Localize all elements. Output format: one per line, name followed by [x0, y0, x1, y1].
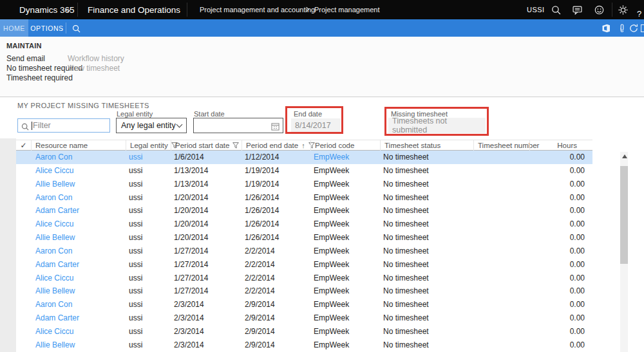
table-row[interactable]: Alice Ciccu ussi 1/13/2014 1/19/2014 Emp…	[16, 164, 592, 178]
table-row[interactable]: Allie Bellew ussi 1/13/2014 1/19/2014 Em…	[16, 178, 592, 191]
expand-icon[interactable]	[641, 24, 644, 32]
attachments-icon[interactable]	[618, 24, 627, 33]
scroll-up-arrow-icon[interactable]	[622, 154, 627, 158]
breadcrumb-page[interactable]: Project management	[314, 0, 380, 19]
scrollbar-thumb[interactable]	[620, 166, 628, 264]
resource-name-link[interactable]: Aaron Con	[35, 191, 72, 205]
table-row[interactable]: Adam Carter ussi 2/3/2014 2/9/2014 EmpWe…	[16, 311, 592, 325]
legal-entity-cell[interactable]: ussi	[129, 231, 142, 245]
missing-timesheet-field[interactable]: Timesheets not submitted	[388, 118, 486, 133]
table-row[interactable]: Alice Ciccu ussi 1/20/2014 1/26/2014 Emp…	[16, 218, 592, 231]
legal-entity-cell[interactable]: ussi	[129, 245, 142, 258]
legal-entity-cell[interactable]: ussi	[129, 284, 142, 298]
resource-name-link[interactable]: Aaron Con	[35, 298, 72, 311]
legal-entity-cell[interactable]: ussi	[129, 311, 142, 325]
table-row[interactable]: Adam Carter ussi 1/27/2014 2/2/2014 EmpW…	[16, 258, 592, 272]
period-end-date-cell: 2/2/2014	[245, 258, 275, 272]
resource-name-link[interactable]: Aaron Con	[35, 245, 72, 258]
table-row[interactable]: Alice Ciccu ussi 1/27/2014 2/2/2014 EmpW…	[16, 272, 592, 285]
column-header-hours[interactable]: Hours	[529, 140, 585, 151]
period-code-cell[interactable]: EmpWeek	[314, 325, 349, 338]
legal-entity-cell[interactable]: ussi	[129, 272, 142, 285]
column-header-period-end-date[interactable]: Period end date ↑	[242, 140, 310, 151]
refresh-icon[interactable]	[629, 24, 638, 33]
search-icon[interactable]	[72, 24, 80, 32]
period-end-date-cell: 1/12/2014	[245, 151, 279, 164]
end-date-field[interactable]: 8/14/2017	[291, 118, 341, 133]
settings-gear-icon[interactable]	[618, 5, 628, 15]
period-code-cell[interactable]: EmpWeek	[314, 164, 349, 178]
table-row[interactable]: Alice Ciccu ussi 2/3/2014 2/9/2014 EmpWe…	[16, 325, 592, 338]
table-row[interactable]: Allie Bellew ussi 2/3/2014 2/9/2014 EmpW…	[16, 338, 592, 352]
table-row[interactable]: Allie Bellew ussi 1/27/2014 2/2/2014 Emp…	[16, 284, 592, 298]
resource-name-link[interactable]: Allie Bellew	[35, 338, 75, 352]
period-code-cell[interactable]: EmpWeek	[314, 298, 349, 311]
resource-name-link[interactable]: Alice Ciccu	[35, 218, 73, 231]
resource-name-link[interactable]: Alice Ciccu	[35, 164, 73, 178]
tab-home[interactable]: HOME	[0, 19, 28, 37]
period-code-cell[interactable]: EmpWeek	[314, 151, 349, 164]
resource-name-link[interactable]: Allie Bellew	[35, 178, 75, 191]
period-code-cell[interactable]: EmpWeek	[314, 258, 349, 272]
resource-name-link[interactable]: Aaron Con	[35, 151, 72, 164]
app-name-link[interactable]: Finance and Operations	[88, 0, 180, 19]
column-header-period-start-date[interactable]: Period start date	[171, 140, 242, 151]
start-date-input[interactable]	[193, 118, 283, 133]
column-header-resource-name[interactable]: Resource name	[31, 140, 126, 151]
resource-name-link[interactable]: Allie Bellew	[35, 284, 75, 298]
period-code-cell[interactable]: EmpWeek	[314, 245, 349, 258]
column-header-legal-entity[interactable]: Legal entity	[126, 140, 171, 151]
table-row[interactable]: Aaron Con ussi 2/3/2014 2/9/2014 EmpWeek…	[16, 298, 592, 311]
table-row[interactable]: Adam Carter ussi 1/20/2014 1/26/2014 Emp…	[16, 204, 592, 218]
column-header-timesheet-status[interactable]: Timesheet status	[380, 140, 473, 151]
column-header-timesheet-number[interactable]: Timesheet number	[473, 140, 529, 151]
legal-entity-cell[interactable]: ussi	[129, 338, 142, 352]
smiley-icon[interactable]	[594, 5, 604, 15]
timesheet-required-button[interactable]: Timesheet required	[6, 73, 73, 82]
filter-icon[interactable]	[232, 142, 239, 149]
table-row[interactable]: Allie Bellew ussi 1/20/2014 1/26/2014 Em…	[16, 231, 592, 245]
period-code-cell[interactable]: EmpWeek	[314, 218, 349, 231]
period-code-cell[interactable]: EmpWeek	[314, 231, 349, 245]
resource-name-link[interactable]: Adam Carter	[35, 311, 79, 325]
resource-name-link[interactable]: Adam Carter	[35, 204, 79, 218]
table-row[interactable]: Aaron Con ussi 1/27/2014 2/2/2014 EmpWee…	[16, 245, 592, 258]
search-icon[interactable]	[551, 5, 561, 15]
period-code-cell[interactable]: EmpWeek	[314, 338, 349, 352]
legal-entity-cell[interactable]: ussi	[129, 218, 142, 231]
period-code-cell[interactable]: EmpWeek	[314, 284, 349, 298]
office-icon[interactable]	[601, 24, 611, 33]
legal-entity-select[interactable]: Any legal entity	[116, 118, 187, 133]
period-code-cell[interactable]: EmpWeek	[314, 272, 349, 285]
select-all-checkbox[interactable]: ✓	[16, 140, 31, 151]
resource-name-link[interactable]: Allie Bellew	[35, 231, 75, 245]
tab-options[interactable]: OPTIONS	[28, 19, 66, 37]
quick-filter-input[interactable]: Filter	[17, 118, 110, 133]
legal-entity-cell[interactable]: ussi	[129, 325, 142, 338]
period-code-cell[interactable]: EmpWeek	[314, 311, 349, 325]
breadcrumb-module[interactable]: Project management and accounting	[200, 0, 315, 19]
resource-name-link[interactable]: Adam Carter	[35, 258, 79, 272]
period-end-date-cell: 2/2/2014	[245, 245, 275, 258]
period-code-cell[interactable]: EmpWeek	[314, 191, 349, 205]
company-picker[interactable]: USSI	[527, 0, 545, 19]
legal-entity-cell[interactable]: ussi	[129, 258, 142, 272]
period-code-cell[interactable]: EmpWeek	[314, 178, 349, 191]
sort-ascending-icon: ↑	[301, 142, 305, 149]
legal-entity-cell[interactable]: ussi	[129, 151, 142, 164]
table-row[interactable]: Aaron Con ussi 1/6/2014 1/12/2014 EmpWee…	[16, 151, 592, 164]
send-email-button[interactable]: Send email	[6, 54, 45, 63]
divider	[612, 3, 612, 17]
column-header-period-code[interactable]: Period code	[310, 140, 380, 151]
legal-entity-cell[interactable]: ussi	[129, 298, 142, 311]
table-row[interactable]: Aaron Con ussi 1/20/2014 1/26/2014 EmpWe…	[16, 191, 592, 205]
feedback-icon[interactable]	[573, 5, 582, 15]
resource-name-link[interactable]: Alice Ciccu	[35, 272, 73, 285]
legal-entity-cell[interactable]: ussi	[129, 191, 142, 205]
period-code-cell[interactable]: EmpWeek	[314, 204, 349, 218]
legal-entity-cell[interactable]: ussi	[129, 204, 142, 218]
resource-name-link[interactable]: Alice Ciccu	[35, 325, 73, 338]
legal-entity-cell[interactable]: ussi	[129, 164, 142, 178]
calendar-icon[interactable]	[271, 122, 279, 130]
legal-entity-cell[interactable]: ussi	[129, 178, 142, 191]
